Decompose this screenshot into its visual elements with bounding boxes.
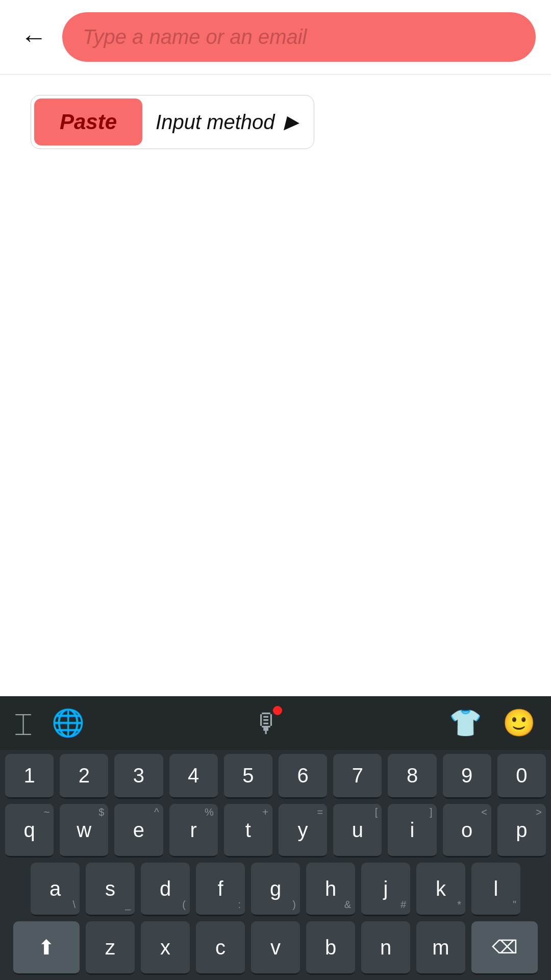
key-z[interactable]: z: [86, 921, 135, 975]
input-method-label: Input method: [156, 111, 275, 134]
key-c[interactable]: c: [196, 921, 245, 975]
key-d[interactable]: d(: [141, 863, 190, 916]
input-method-button[interactable]: Input method ▶: [145, 100, 314, 145]
key-2[interactable]: 2: [60, 754, 108, 799]
keyboard-rows: 1 2 3 4 5 6 7 8 9 0 ~q $w ^e %r +t =y [u…: [0, 750, 551, 975]
toolbar-left: ⌶ 🌐: [15, 707, 85, 739]
key-8[interactable]: 8: [388, 754, 436, 799]
key-o[interactable]: <o: [443, 804, 491, 857]
key-t[interactable]: +t: [224, 804, 272, 857]
key-f[interactable]: f:: [196, 863, 245, 916]
key-5[interactable]: 5: [224, 754, 272, 799]
key-j[interactable]: j#: [361, 863, 410, 916]
key-b[interactable]: b: [306, 921, 355, 975]
key-q[interactable]: ~q: [5, 804, 54, 857]
asdf-row: a\ s_ d( f: g) h& j# k* l": [5, 863, 546, 916]
key-e[interactable]: ^e: [114, 804, 163, 857]
key-x[interactable]: x: [141, 921, 190, 975]
header: ←: [0, 0, 551, 75]
key-r[interactable]: %r: [169, 804, 218, 857]
paste-button[interactable]: Paste: [34, 99, 142, 145]
key-7[interactable]: 7: [333, 754, 382, 799]
keyboard: ⌶ 🌐 🎙 👕 🙂 1 2 3 4 5 6 7 8 9 0 ~q $w: [0, 696, 551, 980]
key-3[interactable]: 3: [114, 754, 163, 799]
emoji-icon[interactable]: 🙂: [503, 707, 536, 739]
key-4[interactable]: 4: [169, 754, 218, 799]
key-n[interactable]: n: [361, 921, 410, 975]
key-k[interactable]: k*: [416, 863, 465, 916]
key-h[interactable]: h&: [306, 863, 355, 916]
play-arrow-icon: ▶: [284, 111, 298, 133]
key-s[interactable]: s_: [86, 863, 135, 916]
key-0[interactable]: 0: [497, 754, 546, 799]
toolbar-right: 👕 🙂: [449, 707, 536, 739]
key-1[interactable]: 1: [5, 754, 54, 799]
key-l[interactable]: l": [471, 863, 520, 916]
key-9[interactable]: 9: [443, 754, 491, 799]
key-g[interactable]: g): [251, 863, 300, 916]
delete-icon: ⌫: [492, 937, 518, 958]
mic-recording-dot: [273, 706, 282, 715]
number-row: 1 2 3 4 5 6 7 8 9 0: [5, 754, 546, 799]
mic-button[interactable]: 🎙: [254, 708, 280, 739]
key-m[interactable]: m: [416, 921, 465, 975]
search-input-container: [62, 12, 536, 62]
context-menu: Paste Input method ▶: [31, 95, 314, 149]
key-p[interactable]: >p: [497, 804, 546, 857]
qwerty-row: ~q $w ^e %r +t =y [u ]i <o >p: [5, 804, 546, 857]
shift-key[interactable]: ⬆: [13, 921, 80, 975]
keyboard-toolbar: ⌶ 🌐 🎙 👕 🙂: [0, 696, 551, 750]
back-button[interactable]: ←: [15, 19, 52, 56]
key-6[interactable]: 6: [279, 754, 327, 799]
key-u[interactable]: [u: [333, 804, 382, 857]
delete-key[interactable]: ⌫: [471, 921, 538, 975]
key-i[interactable]: ]i: [388, 804, 436, 857]
bottom-row: ⬆ z x c v b n m ⌫: [5, 921, 546, 975]
shift-icon: ⬆: [38, 936, 55, 959]
key-y[interactable]: =y: [279, 804, 327, 857]
search-input[interactable]: [62, 12, 536, 62]
context-area: Paste Input method ▶: [0, 75, 551, 169]
globe-icon[interactable]: 🌐: [52, 707, 85, 739]
shirt-icon[interactable]: 👕: [449, 707, 482, 739]
key-w[interactable]: $w: [60, 804, 108, 857]
main-content-area: [0, 169, 551, 506]
key-a[interactable]: a\: [31, 863, 80, 916]
text-cursor-icon[interactable]: ⌶: [15, 708, 31, 739]
key-v[interactable]: v: [251, 921, 300, 975]
